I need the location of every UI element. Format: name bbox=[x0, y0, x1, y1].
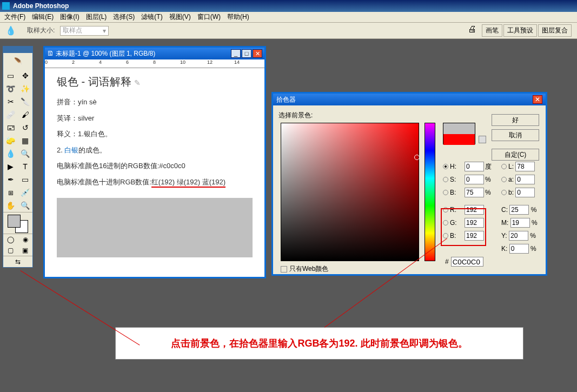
magic-wand-tool[interactable]: ✨ bbox=[18, 82, 32, 95]
menu-file[interactable]: 文件(F) bbox=[1, 11, 29, 23]
picker-titlebar[interactable]: 拾色器 ✕ bbox=[273, 94, 546, 105]
current-color bbox=[443, 134, 475, 145]
screen-mode-2[interactable]: ▣ bbox=[18, 245, 32, 256]
gamut-warning-icon[interactable] bbox=[479, 136, 486, 143]
crop-tool[interactable]: ✂ bbox=[3, 95, 18, 108]
radio-b[interactable] bbox=[443, 190, 448, 195]
menu-edit[interactable]: 编辑(E) bbox=[29, 11, 57, 23]
quickmask-mode[interactable]: ◉ bbox=[18, 234, 32, 245]
foreground-color-swatch[interactable] bbox=[8, 215, 21, 228]
eyedropper-icon[interactable]: 💧 bbox=[5, 25, 16, 36]
pen-tool[interactable]: ✒ bbox=[3, 173, 18, 186]
marquee-tool[interactable]: ▭ bbox=[3, 69, 18, 82]
input-k[interactable] bbox=[509, 244, 529, 254]
color-field-marker bbox=[414, 155, 420, 160]
history-brush-tool[interactable]: ↺ bbox=[18, 121, 32, 134]
palette-well: 🖨 画笔 工具预设 图层复合 bbox=[468, 24, 572, 37]
blur-tool[interactable]: 💧 bbox=[3, 147, 18, 160]
text-english: 英译：silver bbox=[57, 113, 253, 124]
color-preview bbox=[443, 123, 475, 144]
input-s[interactable] bbox=[465, 175, 484, 184]
link-baiyin[interactable]: 白银 bbox=[64, 146, 78, 154]
app-title: Adobe Photoshop bbox=[13, 2, 69, 10]
palette-logo: 🪶 bbox=[3, 53, 32, 69]
sample-size-dropdown[interactable]: 取样点 ▾ bbox=[60, 26, 109, 36]
screen-mode-1[interactable]: ▢ bbox=[3, 245, 18, 256]
menu-layer[interactable]: 图层(L) bbox=[83, 11, 110, 23]
input-h[interactable] bbox=[465, 162, 484, 171]
text-meaning1: 释义：1.银白色。 bbox=[57, 129, 253, 139]
horizontal-ruler: 02468101214 bbox=[45, 59, 264, 68]
palette-handle[interactable] bbox=[3, 46, 32, 53]
input-l[interactable] bbox=[515, 162, 535, 171]
text-meaning2: 2. 白银的成色。 bbox=[57, 145, 253, 156]
input-r[interactable] bbox=[465, 205, 484, 215]
input-m[interactable] bbox=[510, 218, 530, 228]
input-a[interactable] bbox=[515, 175, 535, 184]
brush-tool[interactable]: 🖌 bbox=[18, 108, 32, 121]
hex-input[interactable] bbox=[451, 257, 483, 267]
options-bar: 💧 取样大小: 取样点 ▾ 🖨 画笔 工具预设 图层复合 bbox=[0, 23, 577, 39]
stamp-tool[interactable]: 🖃 bbox=[3, 121, 18, 134]
dodge-tool[interactable]: 🔍 bbox=[18, 147, 32, 160]
healing-tool[interactable]: 🩹 bbox=[3, 108, 18, 121]
menu-help[interactable]: 帮助(H) bbox=[224, 11, 253, 23]
menu-window[interactable]: 窗口(W) bbox=[194, 11, 224, 23]
canvas-content: 银色 - 词语解释 ✎ 拼音：yín sè 英译：silver 释义：1.银白色… bbox=[45, 68, 264, 264]
jump-to-imageready[interactable]: ⇆ bbox=[3, 256, 32, 267]
cancel-button[interactable]: 取消 bbox=[492, 129, 539, 141]
path-select-tool[interactable]: ▶ bbox=[3, 160, 18, 173]
shape-tool[interactable]: ▭ bbox=[18, 173, 32, 186]
move-tool[interactable]: ✥ bbox=[18, 69, 32, 82]
chevron-down-icon: ▾ bbox=[103, 27, 106, 35]
gradient-tool[interactable]: ▦ bbox=[18, 134, 32, 147]
menu-filter[interactable]: 滤镜(T) bbox=[138, 11, 165, 23]
radio-s[interactable] bbox=[443, 177, 448, 182]
standard-mode[interactable]: ◯ bbox=[3, 234, 18, 245]
zoom-tool[interactable]: 🔍 bbox=[18, 199, 32, 212]
input-g[interactable] bbox=[465, 218, 484, 228]
radio-g[interactable] bbox=[443, 220, 448, 225]
input-bv[interactable] bbox=[465, 188, 484, 197]
input-y[interactable] bbox=[509, 231, 528, 241]
annotation-text: 点击前景色，在拾色器里输入RGB各为192. 此时前景色即调为银色。 bbox=[171, 337, 467, 350]
arrow-to-foreground bbox=[20, 270, 140, 346]
slice-tool[interactable]: 🔪 bbox=[18, 95, 32, 108]
minimize-button[interactable]: _ bbox=[231, 49, 241, 58]
radio-lab-b[interactable] bbox=[501, 190, 507, 195]
menu-select[interactable]: 选择(S) bbox=[110, 11, 138, 23]
picker-close-button[interactable]: ✕ bbox=[533, 95, 542, 104]
menu-image[interactable]: 图像(I) bbox=[57, 11, 82, 23]
radio-r[interactable] bbox=[443, 207, 448, 212]
eraser-tool[interactable]: 🧽 bbox=[3, 134, 18, 147]
maximize-button[interactable]: □ bbox=[242, 49, 251, 58]
radio-h[interactable] bbox=[443, 164, 448, 169]
close-button[interactable]: ✕ bbox=[253, 49, 262, 58]
photoshop-icon bbox=[2, 2, 10, 10]
input-rgb-b[interactable] bbox=[465, 231, 484, 241]
tab-brushes[interactable]: 画笔 bbox=[482, 24, 502, 37]
ok-button[interactable]: 好 bbox=[492, 114, 539, 126]
text-dec-line: 电脑标准颜色十进制RGB数值:红(192) 绿(192) 蓝(192) bbox=[57, 177, 253, 188]
type-tool[interactable]: T bbox=[18, 160, 32, 173]
palette-well-icon[interactable]: 🖨 bbox=[468, 24, 476, 37]
radio-a[interactable] bbox=[501, 177, 507, 182]
radio-rgb-b[interactable] bbox=[443, 233, 448, 238]
input-c[interactable] bbox=[509, 205, 529, 215]
text-hex-line: 电脑标准颜色16进制的RGB数值:#c0c0c0 bbox=[57, 161, 253, 171]
eyedropper-tool[interactable]: 💉 bbox=[18, 186, 32, 199]
web-only-checkbox[interactable] bbox=[281, 266, 287, 273]
color-field[interactable] bbox=[281, 123, 419, 261]
tab-tool-presets[interactable]: 工具预设 bbox=[503, 24, 537, 37]
lasso-tool[interactable]: ➰ bbox=[3, 82, 18, 95]
hue-slider[interactable] bbox=[425, 123, 435, 261]
notes-tool[interactable]: 🗉 bbox=[3, 186, 18, 199]
hand-tool[interactable]: ✋ bbox=[3, 199, 18, 212]
radio-l[interactable] bbox=[501, 164, 507, 169]
input-lab-b[interactable] bbox=[515, 188, 535, 197]
document-titlebar[interactable]: 🖻 未标题-1 @ 100% (图层 1, RGB/8) _ □ ✕ bbox=[45, 48, 264, 59]
tab-layer-comps[interactable]: 图层复合 bbox=[538, 24, 572, 37]
menu-view[interactable]: 视图(V) bbox=[166, 11, 194, 23]
custom-button[interactable]: 自定(C) bbox=[492, 149, 539, 161]
color-inputs: H: 度 L: S: % a: B: % b: R: C: % G: bbox=[443, 160, 538, 256]
